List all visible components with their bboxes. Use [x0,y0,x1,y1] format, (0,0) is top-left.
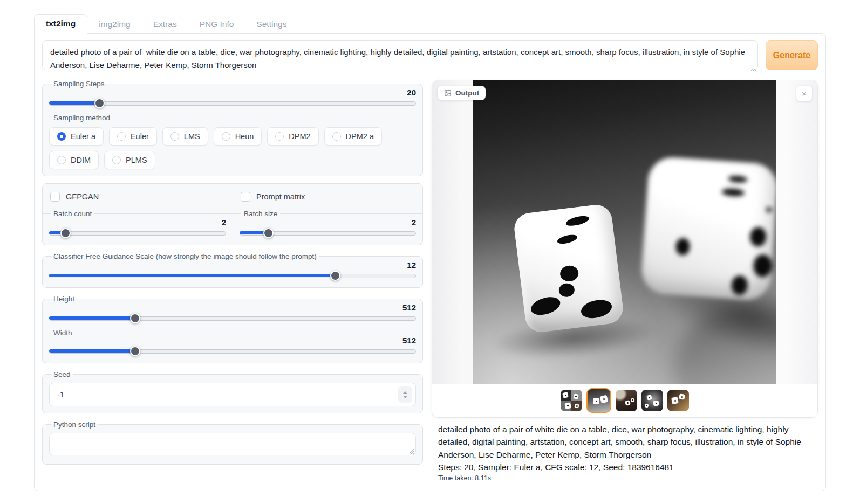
sampling-method-group-box: Sampling method Euler aEulerLMSHeunDPM2D… [43,114,422,176]
stepper-up-icon[interactable] [403,391,407,394]
batch-count-group: Batch count 2 [43,210,233,245]
prompt-matrix-checkbox[interactable]: Prompt matrix [233,184,422,210]
thumbnail-2[interactable] [586,388,611,413]
radio-label: DPM2 [289,132,310,141]
height-label: Height [51,295,77,303]
radio-euler[interactable]: Euler [109,127,157,146]
height-slider-handle[interactable] [130,313,140,323]
thumbnail-5[interactable] [667,390,689,411]
close-output-button[interactable]: × [796,86,812,101]
radio-icon [112,156,121,164]
python-script-input[interactable] [49,433,416,455]
width-slider-handle[interactable] [130,346,140,356]
mini-die [631,398,634,402]
generated-image[interactable] [473,80,776,384]
seed-stepper[interactable] [398,386,412,403]
output-preview[interactable]: Output × [432,80,817,384]
generation-info: detailed photo of a pair of white die on… [432,418,818,482]
mini-die [646,395,652,401]
width-label: Width [51,329,75,337]
cfg-scale-group: Classifier Free Guidance Scale (how stro… [42,252,423,288]
thumbnail-3[interactable] [616,390,637,411]
stepper-down-icon[interactable] [403,396,407,398]
sampling-method-label: Sampling method [51,114,113,122]
sampling-steps-slider-handle[interactable] [94,98,105,108]
prompt-row: detailed photo of a pair of white die on… [42,40,818,72]
radio-plms[interactable]: PLMS [104,151,155,169]
output-gallery [432,384,817,417]
batch-size-value: 2 [240,218,416,227]
radio-icon [170,132,179,141]
tab-png-info[interactable]: PNG Info [188,15,245,33]
radio-dpm2-a[interactable]: DPM2 a [324,127,382,146]
sampling-method-group: Euler aEulerLMSHeunDPM2DPM2 aDDIMPLMS [49,127,416,169]
sampling-steps-group: Sampling Steps 20 Sampling method Euler … [42,80,423,176]
prompt-input[interactable]: detailed photo of a pair of white die on… [42,40,758,70]
mini-die [625,400,631,406]
radio-label: Heun [235,132,254,141]
seed-input[interactable] [49,383,416,406]
radio-icon [117,132,126,141]
batch-count-slider-handle[interactable] [60,228,71,238]
options-batch-group: GFPGAN Prompt matrix Batch count 2 [42,183,423,245]
width-value: 512 [49,336,416,346]
info-params-text: Steps: 20, Sampler: Euler a, CFG scale: … [438,461,817,473]
cfg-scale-label: Classifier Free Guidance Scale (how stro… [51,252,319,260]
radio-label: PLMS [126,156,147,164]
cfg-scale-slider-handle[interactable] [330,271,340,281]
sampling-steps-label: Sampling Steps [51,80,107,88]
radio-icon [332,132,341,141]
mini-die [600,395,609,404]
radio-heun[interactable]: Heun [214,127,262,146]
batch-count-value: 2 [49,218,226,227]
tab-img2img[interactable]: img2img [87,15,142,33]
batch-count-label: Batch count [51,210,94,218]
checkbox-icon [50,192,60,202]
batch-size-slider[interactable] [240,227,416,238]
seed-label: Seed [51,370,73,378]
radio-lms[interactable]: LMS [162,127,208,146]
sampling-steps-value: 20 [49,88,416,98]
batch-size-slider-handle[interactable] [263,228,274,238]
gfpgan-checkbox[interactable]: GFPGAN [43,184,233,210]
prompt-matrix-label: Prompt matrix [256,192,305,201]
sampling-steps-slider[interactable] [49,98,416,108]
width-slider[interactable] [49,346,416,356]
tab-bar: txt2img img2img Extras PNG Info Settings [34,15,826,33]
output-card: Output × [432,80,818,418]
thumbnail-1[interactable] [561,390,582,411]
radio-label: Euler [131,132,149,141]
app-root: txt2img img2img Extras PNG Info Settings… [0,0,860,491]
generate-button[interactable]: Generate [766,40,818,70]
info-prompt-text: detailed photo of a pair of white die on… [438,423,816,461]
txt2img-panel: detailed photo of a pair of white die on… [34,33,826,491]
mini-die [574,403,579,408]
radio-dpm2[interactable]: DPM2 [267,127,318,146]
seed-group: Seed [42,370,423,413]
mini-die [562,392,569,398]
gfpgan-label: GFPGAN [66,192,99,201]
mini-die [593,398,599,404]
tab-txt2img[interactable]: txt2img [34,14,87,34]
radio-icon [222,132,230,141]
python-script-group: Python script [42,420,423,465]
mini-die [564,402,571,409]
radio-ddim[interactable]: DDIM [49,151,99,169]
width-group: Width 512 [43,329,422,363]
radio-euler-a[interactable]: Euler a [49,127,104,146]
radio-label: DPM2 a [346,132,374,141]
batch-count-slider[interactable] [49,227,226,238]
mini-die [671,397,679,404]
tab-extras[interactable]: Extras [142,15,188,33]
radio-icon [57,156,66,164]
tab-settings[interactable]: Settings [245,15,298,33]
height-slider[interactable] [49,313,416,323]
cfg-scale-value: 12 [49,260,416,270]
mini-die [573,393,578,399]
thumbnail-4[interactable] [641,390,663,411]
cfg-scale-slider[interactable] [49,270,416,281]
radio-label: DDIM [71,156,91,164]
blurred-die [640,156,776,301]
radio-icon [275,132,284,141]
focused-die [513,203,625,334]
